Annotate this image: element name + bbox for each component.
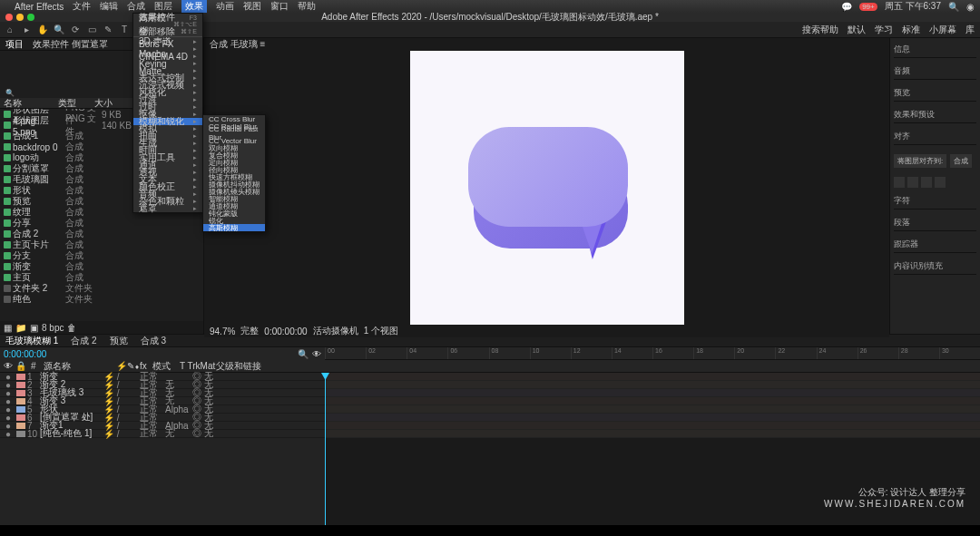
menu-effect[interactable]: 效果: [181, 0, 207, 13]
tl-tab-2[interactable]: 预览: [110, 335, 128, 347]
selection-tool-icon[interactable]: ▸: [20, 24, 33, 36]
time-ruler[interactable]: 00020406081012141618202224262830: [325, 347, 980, 360]
project-item[interactable]: 纯色文件夹: [0, 294, 203, 305]
watermark-sub: WWW.SHEJIDAREN.COM: [824, 499, 965, 509]
traffic-lights[interactable]: [5, 14, 34, 21]
tl-tab-0[interactable]: 毛玻璃模糊 1: [5, 335, 58, 347]
newfolder-icon[interactable]: 📁: [15, 323, 26, 333]
tab-project[interactable]: 项目: [5, 38, 24, 51]
close-icon[interactable]: [5, 14, 13, 21]
menu-edit[interactable]: 编辑: [100, 0, 118, 13]
clock[interactable]: 周五 下午6:37: [885, 0, 941, 13]
siri-icon[interactable]: ◉: [966, 2, 975, 12]
zoom-tool-icon[interactable]: 🔍: [53, 24, 65, 36]
panel-para[interactable]: 段落: [894, 215, 976, 231]
align-right-icon[interactable]: [921, 177, 932, 188]
submenu-item[interactable]: 高斯模糊: [203, 224, 265, 231]
ws-learn[interactable]: 学习: [875, 24, 893, 36]
wechat-icon[interactable]: 💬: [841, 2, 852, 12]
col-name[interactable]: 名称: [4, 97, 58, 110]
canvas-area[interactable]: [204, 51, 889, 325]
ws-small[interactable]: 小屏幕: [929, 24, 956, 36]
camera-select[interactable]: 活动摄像机: [313, 325, 358, 337]
menu-item[interactable]: 全部移除⌘⇧E: [133, 28, 202, 35]
right-panels: 信息 音频 预览 效果和预设 对齐 将图层对齐到: 合成 字符 段落 跟踪器 内…: [889, 38, 980, 334]
bpc-icon[interactable]: 8 bpc: [42, 323, 64, 333]
newcomp-icon[interactable]: ▣: [30, 323, 38, 333]
resolution[interactable]: 完整: [240, 325, 259, 337]
view-count[interactable]: 1 个视图: [364, 325, 398, 337]
text-tool-icon[interactable]: T: [118, 24, 131, 36]
align-left-icon[interactable]: [894, 177, 905, 188]
document-title: Adobe After Effects 2020 - /Users/mockvi…: [321, 11, 659, 24]
menu-view[interactable]: 视图: [243, 0, 261, 13]
menu-help[interactable]: 帮助: [298, 0, 316, 13]
trash-icon[interactable]: 🗑: [67, 323, 76, 333]
interpret-icon[interactable]: ▦: [4, 323, 12, 333]
minimize-icon[interactable]: [16, 14, 24, 21]
bottom-strip: [0, 525, 980, 536]
ws-lib[interactable]: 库: [965, 24, 975, 36]
effect-menu-dropdown[interactable]: 效果控件F3高斯模糊⌘⇧⌥E全部移除⌘⇧E3D 声道▸Boris FX Moch…: [132, 13, 203, 213]
layer-list[interactable]: ●1渐变⚡ /正常◎ 无●2渐变 2⚡ /正常无◎ 无●3毛玻璃线 3⚡ /正常…: [0, 373, 325, 527]
hand-tool-icon[interactable]: ✋: [36, 24, 49, 36]
viewer-tab[interactable]: 合成 毛玻璃 ≡: [210, 38, 265, 51]
panel-effects[interactable]: 效果和预设: [894, 107, 976, 123]
menu-file[interactable]: 文件: [73, 0, 91, 13]
tl-tab-1[interactable]: 合成 2: [71, 335, 96, 347]
search-help[interactable]: 搜索帮助: [802, 24, 838, 36]
blur-submenu[interactable]: CC Cross BlurCC Radial BlurCC Radial Fas…: [202, 114, 266, 232]
align-label: 将图层对齐到:: [894, 154, 946, 168]
panel-char[interactable]: 字符: [894, 193, 976, 210]
watermark-main: 公众号: 设计达人 整理分享: [824, 486, 965, 499]
current-time[interactable]: 0:00:00:00: [264, 326, 307, 336]
zoom-level[interactable]: 94.7%: [210, 326, 235, 336]
project-footer: ▦ 📁 ▣ 8 bpc 🗑: [0, 321, 203, 334]
col-type[interactable]: 类型: [58, 97, 94, 110]
align-target[interactable]: 合成: [950, 154, 972, 168]
watermark: 公众号: 设计达人 整理分享 WWW.SHEJIDAREN.COM: [824, 486, 965, 509]
menu-window[interactable]: 窗口: [270, 0, 289, 13]
tl-tab-3[interactable]: 合成 3: [141, 335, 166, 347]
composition-viewer: 合成 毛玻璃 ≡ 94.7% 完整 0:00:00:00 活动摄像机 1 个视图: [204, 38, 889, 334]
align-center-icon[interactable]: [907, 177, 918, 188]
panel-preview[interactable]: 预览: [894, 85, 976, 102]
app-name[interactable]: After Effects: [15, 2, 64, 12]
panel-contentfill[interactable]: 内容识别填充: [894, 258, 976, 275]
home-icon[interactable]: ⌂: [4, 24, 16, 36]
bubble-main-shape: [468, 127, 628, 227]
composition-canvas[interactable]: [410, 51, 684, 325]
tl-search-icon[interactable]: 🔍: [298, 349, 309, 359]
ws-standard[interactable]: 标准: [902, 24, 920, 36]
tab-effectcontrols[interactable]: 效果控件 倒置遮罩: [33, 38, 108, 51]
notif-badge[interactable]: 99+: [859, 3, 877, 11]
panel-tracker[interactable]: 跟踪器: [894, 237, 976, 253]
col-parent[interactable]: 父级和链接: [216, 360, 261, 373]
panel-align[interactable]: 对齐: [894, 129, 976, 145]
tl-shy-icon[interactable]: 👁: [312, 349, 321, 359]
align-top-icon[interactable]: [935, 177, 946, 188]
menu-item[interactable]: 遮罩▸: [133, 205, 202, 212]
col-size[interactable]: 大小: [94, 97, 131, 110]
timeline-timecode[interactable]: 0:00:00:00: [4, 349, 46, 359]
menu-anim[interactable]: 动画: [216, 0, 234, 13]
pen-tool-icon[interactable]: ✎: [102, 24, 114, 36]
viewer-footer: 94.7% 完整 0:00:00:00 活动摄像机 1 个视图: [204, 325, 889, 337]
rotate-tool-icon[interactable]: ⟳: [69, 24, 82, 36]
panel-audio[interactable]: 音频: [894, 63, 976, 80]
ws-default[interactable]: 默认: [848, 24, 866, 36]
search-icon[interactable]: 🔍: [948, 2, 959, 12]
maximize-icon[interactable]: [27, 14, 34, 21]
layer-row[interactable]: ●10[纯色-纯色 1]⚡ /正常无◎ 无: [0, 430, 325, 438]
panel-info[interactable]: 信息: [894, 42, 976, 58]
shape-tool-icon[interactable]: ▭: [85, 24, 98, 36]
playhead[interactable]: [325, 373, 326, 527]
